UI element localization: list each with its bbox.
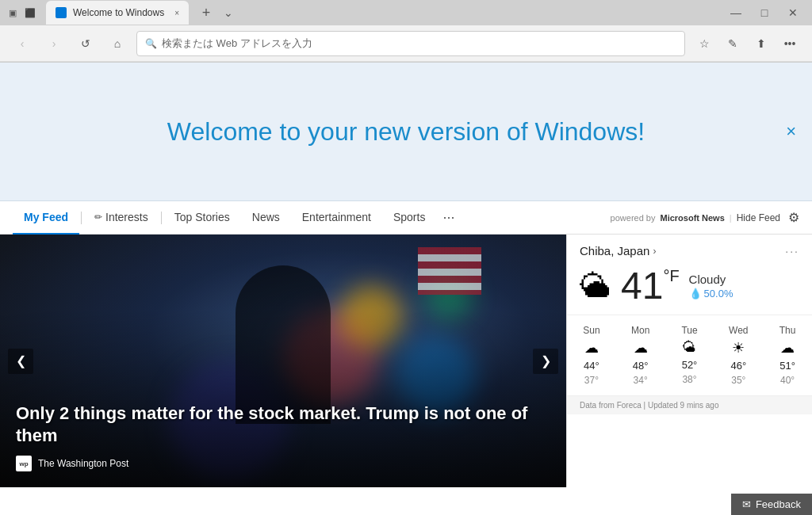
tab-close-button[interactable]: ×	[174, 9, 179, 17]
news-caption: Only 2 things matter for the stock marke…	[16, 402, 550, 471]
tab-sports[interactable]: Sports	[382, 201, 436, 235]
weather-temperature: 41	[621, 267, 663, 305]
weather-more-button[interactable]: ···	[785, 245, 799, 258]
welcome-message: Welcome to your new version of Windows!	[167, 117, 645, 147]
forecast-icon: ☁	[780, 339, 795, 357]
forecast-low: 40°	[780, 375, 795, 386]
forecast-high: 44°	[584, 360, 599, 372]
feed-tabs: My Feed ✏ Interests Top Stories News Ent…	[13, 201, 611, 235]
refresh-button[interactable]: ↺	[73, 31, 98, 56]
share-button[interactable]: ⬆	[749, 31, 774, 56]
forecast-label: Tue	[681, 325, 697, 336]
forecast-high: 51°	[779, 360, 795, 372]
taskbar-icon-1[interactable]: ▣	[6, 6, 19, 19]
carousel-next-button[interactable]: ❯	[533, 349, 558, 374]
powered-separator: |	[730, 213, 732, 223]
weather-rain: 💧 50.0%	[689, 288, 733, 299]
weather-header: Chiba, Japan › ···	[567, 235, 812, 261]
forecast-label: Mon	[631, 325, 649, 336]
source-name: The Washington Post	[38, 458, 128, 469]
tab-topstories[interactable]: Top Stories	[163, 201, 241, 235]
tab-separator-2	[161, 212, 162, 224]
weather-widget: Chiba, Japan › ··· 🌥 41 °F Cloudy 💧 50.0…	[566, 235, 812, 487]
rain-percent: 50.0%	[704, 288, 733, 299]
weather-footer: Data from Foreca | Updated 9 mins ago	[567, 395, 812, 414]
tab-myfeed[interactable]: My Feed	[13, 201, 79, 235]
forecast-label: Wed	[729, 325, 748, 336]
microsoft-news-label: Microsoft News	[660, 213, 724, 223]
weather-description: Cloudy 💧 50.0%	[689, 273, 733, 299]
notes-button[interactable]: ✎	[720, 31, 745, 56]
forecast-day-thu: Thu ☁ 51° 40°	[763, 322, 812, 389]
rain-icon: 💧	[689, 288, 702, 299]
favorites-button[interactable]: ☆	[691, 31, 717, 56]
pencil-icon: ✏	[94, 212, 102, 223]
forecast-day-sun: Sun ☁ 44° 37°	[567, 322, 616, 389]
tab-title: Welcome to Windows	[73, 7, 164, 18]
more-button[interactable]: •••	[777, 31, 802, 56]
forecast-day-mon: Mon ☁ 48° 34°	[616, 322, 665, 389]
powered-by: powered by Microsoft News | Hide Feed ⚙	[611, 210, 799, 225]
weather-condition-icon: 🌥	[580, 269, 611, 304]
weather-forecast: Sun ☁ 44° 37° Mon ☁ 48° 34° Tue 🌤 52° 38…	[567, 315, 812, 395]
forward-button[interactable]: ›	[41, 31, 67, 56]
minimize-button[interactable]: —	[723, 0, 749, 25]
feed-navigation: My Feed ✏ Interests Top Stories News Ent…	[0, 201, 812, 235]
forecast-low: 34°	[634, 375, 648, 386]
navigation-bar: ‹ › ↺ ⌂ 🔍 検索または Web アドレスを入力 ☆ ✎ ⬆ •••	[0, 25, 812, 62]
banner-close-button[interactable]: ×	[786, 121, 796, 142]
forecast-label: Thu	[779, 325, 796, 336]
forecast-low: 38°	[682, 374, 696, 385]
close-window-button[interactable]: ✕	[780, 0, 806, 25]
address-text: 検索または Web アドレスを入力	[162, 36, 676, 51]
forecast-low: 37°	[584, 375, 599, 386]
welcome-banner: Welcome to your new version of Windows! …	[0, 63, 812, 201]
title-bar: ▣ ⬛ Welcome to Windows × + ⌄ — □ ✕	[0, 0, 812, 25]
feed-settings-button[interactable]: ⚙	[788, 210, 799, 225]
search-icon: 🔍	[145, 38, 157, 49]
feedback-icon: ✉	[742, 498, 751, 510]
browser-chrome: ▣ ⬛ Welcome to Windows × + ⌄ — □ ✕ ‹ › ↺…	[0, 0, 812, 63]
tab-interests[interactable]: ✏ Interests	[83, 201, 159, 235]
home-button[interactable]: ⌂	[105, 31, 130, 56]
taskbar-icon-2[interactable]: ⬛	[24, 6, 36, 19]
weather-temp-group: 41 °F	[621, 267, 680, 305]
content-area: ❮ ❯ Only 2 things matter for the stock m…	[0, 235, 812, 487]
news-source: wp The Washington Post	[16, 456, 550, 471]
weather-location[interactable]: Chiba, Japan ›	[580, 244, 785, 258]
forecast-icon: ☀	[732, 339, 745, 357]
forecast-icon: ☁	[584, 339, 599, 357]
back-button[interactable]: ‹	[10, 31, 35, 56]
more-tabs-button[interactable]: ···	[436, 209, 461, 226]
forecast-low: 35°	[731, 375, 745, 386]
weather-unit: °F	[663, 267, 679, 285]
weather-main: 🌥 41 °F Cloudy 💧 50.0%	[567, 261, 812, 315]
feed-area: My Feed ✏ Interests Top Stories News Ent…	[0, 201, 812, 487]
forecast-high: 52°	[682, 359, 698, 371]
news-title: Only 2 things matter for the stock marke…	[16, 402, 550, 448]
hide-feed-button[interactable]: Hide Feed	[737, 212, 780, 223]
forecast-day-wed: Wed ☀ 46° 35°	[714, 322, 763, 389]
forecast-label: Sun	[583, 325, 599, 336]
new-tab-button[interactable]: +	[195, 2, 217, 24]
forecast-high: 48°	[633, 360, 649, 372]
forecast-icon: 🌤	[682, 339, 696, 356]
forecast-high: 46°	[730, 360, 746, 372]
address-bar[interactable]: 🔍 検索または Web アドレスを入力	[136, 31, 685, 56]
forecast-icon: ☁	[634, 339, 648, 357]
tab-news[interactable]: News	[241, 201, 291, 235]
feedback-button[interactable]: ✉ Feedback	[731, 494, 812, 515]
weather-condition-text: Cloudy	[689, 273, 733, 286]
maximize-button[interactable]: □	[752, 0, 777, 25]
tab-separator-1	[81, 212, 82, 224]
source-logo: wp	[16, 456, 32, 471]
carousel-prev-button[interactable]: ❮	[8, 349, 33, 374]
location-chevron-icon: ›	[653, 246, 656, 257]
tab-entertainment[interactable]: Entertainment	[291, 201, 382, 235]
window-controls: ▣ ⬛	[6, 6, 36, 19]
active-tab[interactable]: Welcome to Windows ×	[46, 1, 189, 25]
feedback-label: Feedback	[756, 498, 801, 510]
forecast-day-tue: Tue 🌤 52° 38°	[665, 322, 714, 389]
browser-actions: ☆ ✎ ⬆ •••	[691, 31, 802, 56]
tab-list-button[interactable]: ⌄	[224, 6, 233, 19]
